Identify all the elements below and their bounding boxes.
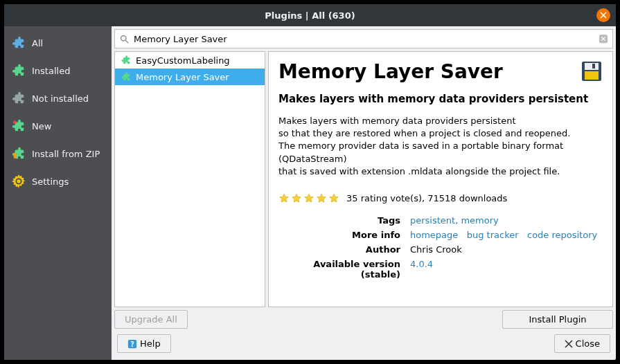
puzzle-grey-icon [11,91,26,106]
sidebar-label: New [32,121,51,131]
search-input[interactable] [134,34,594,44]
plugin-description: Makes layers with memory data providers … [278,115,603,178]
star-icon [278,193,290,204]
meta-value-tags: persistent, memory [410,215,603,226]
sidebar-item-new[interactable]: New [4,112,112,140]
star-rating [278,193,339,204]
svg-point-1 [17,179,21,183]
sidebar-item-installed[interactable]: Installed [4,57,112,84]
plugin-subtitle: Makes layers with memory data providers … [278,93,603,105]
rating-text: 35 rating vote(s), 71518 downloads [346,193,507,203]
sidebar-item-all[interactable]: All [4,29,112,57]
plugin-title: Memory Layer Saver [278,60,603,83]
sidebar-label: Installed [32,66,70,76]
plugins-dialog: Plugins | All (630) All Installed [4,4,616,360]
puzzle-icon [121,71,132,82]
puzzle-icon [121,55,132,66]
svg-rect-6 [585,63,599,70]
gear-icon [11,174,26,189]
meta-table: Tags persistent, memory More info homepa… [278,215,603,280]
puzzle-new-icon [11,118,26,134]
svg-rect-7 [585,71,599,80]
svg-rect-8 [592,64,595,69]
star-icon [303,193,315,204]
result-item[interactable]: EasyCustomLabeling [115,52,265,69]
tag-link[interactable]: memory [461,215,498,226]
bugtracker-link[interactable]: bug tracker [467,230,519,240]
homepage-link[interactable]: homepage [410,230,458,240]
sidebar-item-settings[interactable]: Settings [4,167,112,195]
meta-label-version: Available version (stable) [278,259,410,280]
meta-value-author: Chris Crook [410,244,603,255]
meta-value-moreinfo: homepage bug tracker code repository [410,230,603,240]
star-icon [316,193,327,204]
svg-line-3 [125,40,128,43]
dialog-body: All Installed Not installed New [4,26,616,360]
version-link[interactable]: 4.0.4 [410,259,433,269]
main-panel: EasyCustomLabeling Memory Layer Saver Me… [112,26,616,360]
meta-label-author: Author [278,244,410,255]
install-plugin-button[interactable]: Install Plugin [502,310,613,329]
action-button-row: Upgrade All Install Plugin [114,310,613,329]
sidebar-label: Not installed [32,93,89,104]
puzzle-green-icon [11,63,26,78]
meta-label-moreinfo: More info [278,230,410,240]
close-icon [600,12,607,19]
meta-value-version: 4.0.4 [410,259,603,280]
result-label: Memory Layer Saver [136,72,229,82]
window-close-button[interactable] [596,8,610,22]
help-button[interactable]: ? Help [117,334,171,353]
help-icon: ? [127,339,137,349]
search-bar [114,29,613,48]
sidebar-item-install-zip[interactable]: Install from ZIP [4,140,112,167]
meta-label-tags: Tags [278,215,410,226]
close-icon [565,340,573,348]
titlebar: Plugins | All (630) [4,4,616,26]
sidebar: All Installed Not installed New [4,26,112,360]
clear-search-icon[interactable] [599,34,608,44]
svg-point-2 [121,35,127,41]
floppy-icon [581,60,603,82]
result-item[interactable]: Memory Layer Saver [115,69,265,85]
content-area: EasyCustomLabeling Memory Layer Saver Me… [114,51,613,307]
puzzle-all-icon [11,35,26,51]
svg-text:?: ? [130,340,134,347]
upgrade-all-button: Upgrade All [114,310,188,329]
result-label: EasyCustomLabeling [136,55,230,66]
tag-link[interactable]: persistent [410,215,455,226]
sidebar-label: Settings [32,176,69,187]
search-icon [119,34,130,44]
sidebar-label: Install from ZIP [32,149,100,159]
close-button[interactable]: Close [554,334,610,353]
rating-row: 35 rating vote(s), 71518 downloads [278,193,603,204]
star-icon [328,193,339,204]
sidebar-item-not-installed[interactable]: Not installed [4,84,112,112]
plugin-details: Memory Layer Saver Makes layers with mem… [268,51,613,307]
dialog-footer: ? Help Close [114,331,613,357]
sidebar-label: All [32,38,43,48]
result-list[interactable]: EasyCustomLabeling Memory Layer Saver [114,51,265,307]
window-title: Plugins | All (630) [265,10,355,21]
star-icon [291,193,302,204]
puzzle-zip-icon [11,146,26,161]
coderepo-link[interactable]: code repository [527,230,597,240]
